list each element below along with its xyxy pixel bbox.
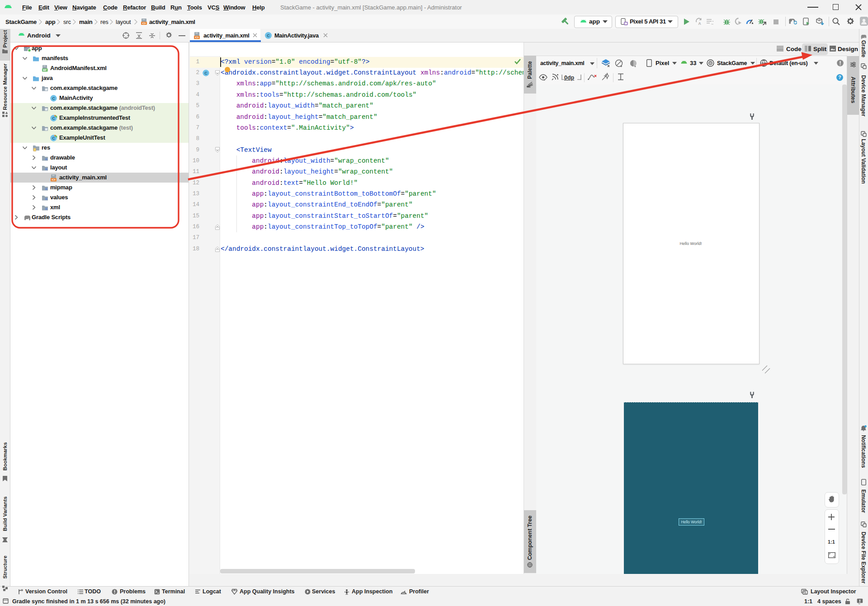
svg-text:<>: <> bbox=[52, 178, 55, 182]
svg-text:<>: <> bbox=[195, 36, 198, 39]
svg-text:C: C bbox=[204, 71, 208, 75]
svg-text:<>: <> bbox=[142, 22, 146, 25]
svg-text:MF: MF bbox=[43, 69, 47, 71]
svg-text:C: C bbox=[52, 116, 55, 121]
svg-text:A: A bbox=[698, 21, 701, 25]
svg-text:C: C bbox=[52, 136, 55, 141]
svg-text:C: C bbox=[52, 96, 55, 101]
svg-text:?: ? bbox=[838, 75, 841, 80]
svg-text:C: C bbox=[267, 33, 270, 38]
